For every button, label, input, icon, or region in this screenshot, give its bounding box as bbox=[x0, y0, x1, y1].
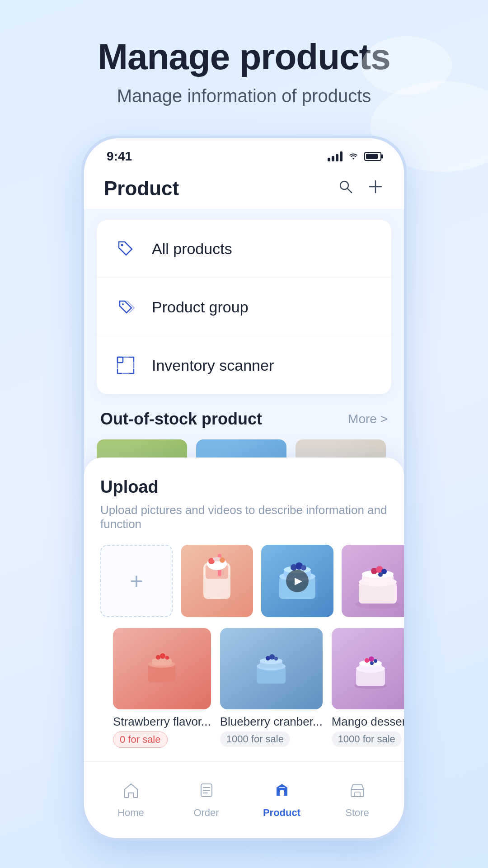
product-badge: 0 for sale bbox=[113, 731, 168, 748]
upload-title: Upload bbox=[100, 477, 388, 497]
app-header-title: Product bbox=[104, 177, 179, 200]
list-item[interactable]: Blueberry cranber... 1000 for sale bbox=[220, 628, 323, 748]
phone-inner: 9:41 bbox=[84, 138, 404, 838]
status-time: 9:41 bbox=[107, 149, 132, 164]
svg-point-45 bbox=[301, 565, 306, 571]
svg-point-38 bbox=[220, 557, 225, 563]
signal-icon bbox=[328, 151, 343, 161]
svg-point-59 bbox=[160, 653, 165, 659]
menu-list: All products Product group bbox=[97, 220, 391, 394]
bottom-products: Strawberry flavor... 0 for sale bbox=[100, 628, 388, 748]
wifi-icon bbox=[348, 151, 359, 162]
phone-mockup: 9:41 bbox=[81, 136, 407, 841]
inventory-scanner-label: Inventory scanner bbox=[152, 357, 274, 374]
bg-cloud-2 bbox=[361, 36, 452, 95]
upload-panel: Upload Upload pictures and videos to des… bbox=[84, 458, 404, 761]
svg-point-67 bbox=[274, 657, 278, 660]
product-name: Strawberry flavor... bbox=[113, 715, 211, 729]
upload-thumb-2[interactable]: ▶ bbox=[261, 545, 333, 617]
svg-point-66 bbox=[269, 654, 275, 660]
search-icon[interactable] bbox=[337, 178, 354, 199]
plus-icon: + bbox=[130, 568, 143, 594]
product-group-label: Product group bbox=[152, 298, 249, 316]
svg-rect-81 bbox=[280, 790, 284, 796]
product-badge: 1000 for sale bbox=[220, 731, 290, 747]
upload-add-button[interactable]: + bbox=[100, 545, 173, 617]
upload-thumb-3[interactable] bbox=[342, 545, 404, 617]
home-icon bbox=[122, 781, 140, 803]
bottom-products-section: Strawberry flavor... 0 for sale bbox=[100, 628, 388, 748]
out-of-stock-header: Out-of-stock product More > bbox=[84, 405, 404, 439]
svg-rect-6 bbox=[117, 357, 123, 363]
out-of-stock-title: Out-of-stock product bbox=[100, 410, 262, 429]
header-actions bbox=[337, 178, 384, 199]
upload-thumb-1[interactable] bbox=[181, 545, 253, 617]
svg-rect-82 bbox=[351, 789, 364, 797]
order-icon bbox=[197, 781, 216, 803]
svg-rect-83 bbox=[355, 792, 360, 797]
nav-label-store: Store bbox=[345, 807, 369, 819]
all-products-label: All products bbox=[152, 240, 232, 258]
status-icons bbox=[328, 151, 381, 162]
nav-item-product[interactable]: Product bbox=[244, 781, 319, 819]
out-of-stock-more[interactable]: More > bbox=[348, 412, 388, 426]
upload-subtitle: Upload pictures and videos to describe i… bbox=[100, 503, 388, 531]
add-icon[interactable] bbox=[367, 178, 384, 199]
svg-rect-57 bbox=[152, 659, 172, 665]
status-bar: 9:41 bbox=[84, 138, 404, 168]
store-icon bbox=[348, 781, 366, 803]
price-tag-icon bbox=[113, 294, 138, 320]
svg-line-1 bbox=[347, 189, 352, 193]
product-badge: 1000 for sale bbox=[332, 731, 402, 747]
product-name: Mango dessert bbox=[332, 715, 404, 729]
upload-images: + bbox=[100, 545, 388, 617]
svg-point-74 bbox=[369, 656, 374, 662]
svg-point-5 bbox=[122, 303, 124, 305]
nav-label-order: Order bbox=[193, 807, 219, 819]
nav-label-home: Home bbox=[117, 807, 144, 819]
menu-item-inventory-scanner[interactable]: Inventory scanner bbox=[97, 336, 391, 394]
list-item[interactable]: Strawberry flavor... 0 for sale bbox=[113, 628, 211, 748]
nav-label-product: Product bbox=[263, 807, 300, 819]
play-button[interactable]: ▶ bbox=[286, 570, 309, 592]
tag-icon bbox=[113, 236, 138, 261]
svg-point-4 bbox=[121, 244, 123, 246]
svg-point-75 bbox=[374, 659, 377, 663]
svg-point-76 bbox=[370, 661, 374, 665]
menu-item-all-products[interactable]: All products bbox=[97, 220, 391, 278]
app-header: Product bbox=[84, 168, 404, 209]
list-item[interactable]: Mango dessert 1000 for sale bbox=[332, 628, 404, 748]
svg-point-60 bbox=[165, 656, 169, 660]
bottom-nav: Home Order bbox=[84, 761, 404, 838]
svg-point-54 bbox=[378, 572, 383, 577]
svg-point-58 bbox=[156, 655, 160, 660]
menu-item-product-group[interactable]: Product group bbox=[97, 278, 391, 336]
play-icon: ▶ bbox=[295, 575, 302, 587]
product-name: Blueberry cranber... bbox=[220, 715, 323, 729]
nav-item-order[interactable]: Order bbox=[169, 781, 244, 819]
battery-icon bbox=[364, 152, 381, 161]
svg-point-73 bbox=[365, 658, 369, 663]
nav-item-home[interactable]: Home bbox=[93, 781, 169, 819]
scanner-icon bbox=[113, 353, 138, 378]
nav-item-store[interactable]: Store bbox=[319, 781, 395, 819]
product-icon bbox=[273, 781, 291, 803]
svg-point-37 bbox=[213, 557, 221, 561]
